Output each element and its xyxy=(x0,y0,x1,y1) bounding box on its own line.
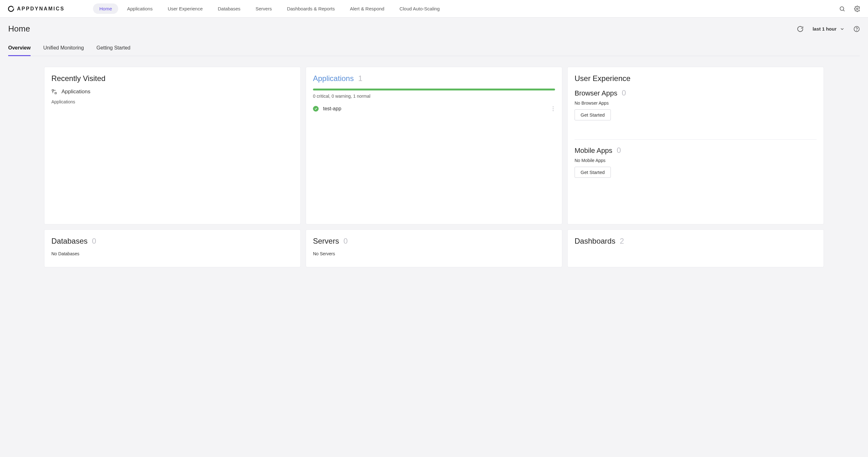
card-user-experience: User Experience Browser Apps 0 No Browse… xyxy=(567,67,824,224)
nav-user-experience[interactable]: User Experience xyxy=(161,3,209,14)
page-header: Home last 1 hour xyxy=(0,18,868,56)
nav-servers[interactable]: Servers xyxy=(249,3,278,14)
mobile-apps-section: Mobile Apps 0 No Mobile Apps Get Started xyxy=(575,146,817,178)
svg-rect-5 xyxy=(55,92,56,94)
dashboards-count: 2 xyxy=(620,237,624,245)
nav-databases[interactable]: Databases xyxy=(212,3,247,14)
card-title-applications[interactable]: Applications 1 xyxy=(313,74,555,83)
health-bar xyxy=(313,89,555,90)
card-title-recent: Recently Visited xyxy=(51,74,293,83)
svg-point-8 xyxy=(553,110,554,111)
mobile-get-started-button[interactable]: Get Started xyxy=(575,167,611,178)
tab-unified-monitoring[interactable]: Unified Monitoring xyxy=(43,42,84,56)
servers-empty: No Servers xyxy=(313,251,555,256)
search-icon[interactable] xyxy=(839,6,845,12)
brand-logo-icon xyxy=(7,5,14,12)
tab-getting-started[interactable]: Getting Started xyxy=(96,42,130,56)
applications-count: 1 xyxy=(358,74,362,83)
settings-gear-icon[interactable] xyxy=(854,6,861,12)
app-row[interactable]: test-app xyxy=(313,105,555,113)
svg-point-6 xyxy=(553,106,554,108)
card-title-dashboards: Dashboards 2 xyxy=(575,237,817,245)
svg-rect-4 xyxy=(52,90,54,91)
card-dashboards: Dashboards 2 xyxy=(567,230,824,267)
svg-point-1 xyxy=(857,8,858,9)
page-actions: last 1 hour xyxy=(797,26,860,32)
kebab-menu-icon[interactable] xyxy=(551,105,555,113)
page-tabs: Overview Unified Monitoring Getting Star… xyxy=(8,42,860,56)
browser-apps-title: Browser Apps 0 xyxy=(575,89,817,97)
nav-home[interactable]: Home xyxy=(93,3,118,14)
browser-get-started-button[interactable]: Get Started xyxy=(575,110,611,120)
card-grid: Recently Visited Applications Applicatio… xyxy=(0,56,868,274)
recent-item[interactable]: Applications xyxy=(51,89,293,95)
flow-icon xyxy=(51,89,57,95)
mobile-apps-title: Mobile Apps 0 xyxy=(575,146,817,155)
card-applications: Applications 1 0 critical, 0 warning, 1 … xyxy=(306,67,562,224)
topbar: APPDYNAMICS Home Applications User Exper… xyxy=(0,0,868,18)
svg-point-3 xyxy=(857,30,857,30)
time-range-selector[interactable]: last 1 hour xyxy=(812,26,845,32)
chevron-down-icon xyxy=(840,27,845,32)
nav-cloud-auto-scaling[interactable]: Cloud Auto-Scaling xyxy=(393,3,446,14)
databases-count: 0 xyxy=(92,237,96,245)
main-nav: Home Applications User Experience Databa… xyxy=(93,3,446,14)
time-range-label: last 1 hour xyxy=(812,26,836,32)
nav-dashboards-reports[interactable]: Dashboards & Reports xyxy=(280,3,341,14)
app-name: test-app xyxy=(323,106,341,112)
help-icon[interactable] xyxy=(854,26,860,32)
servers-count: 0 xyxy=(344,237,348,245)
databases-empty: No Databases xyxy=(51,251,293,256)
card-databases: Databases 0 No Databases xyxy=(44,230,301,267)
divider xyxy=(575,139,817,140)
tab-overview[interactable]: Overview xyxy=(8,42,31,56)
mobile-apps-count: 0 xyxy=(617,146,621,155)
card-servers: Servers 0 No Servers xyxy=(306,230,562,267)
nav-alert-respond[interactable]: Alert & Respond xyxy=(344,3,391,14)
refresh-icon[interactable] xyxy=(797,26,804,32)
brand-logo[interactable]: APPDYNAMICS xyxy=(7,5,65,12)
browser-apps-count: 0 xyxy=(622,89,626,97)
nav-applications[interactable]: Applications xyxy=(121,3,159,14)
card-title-databases: Databases 0 xyxy=(51,237,293,245)
card-recently-visited: Recently Visited Applications Applicatio… xyxy=(44,67,301,224)
browser-apps-section: Browser Apps 0 No Browser Apps Get Start… xyxy=(575,89,817,120)
browser-apps-empty: No Browser Apps xyxy=(575,100,817,105)
card-title-servers: Servers 0 xyxy=(313,237,555,245)
card-title-user-experience: User Experience xyxy=(575,74,817,83)
topbar-right xyxy=(839,6,861,12)
mobile-apps-empty: No Mobile Apps xyxy=(575,158,817,163)
svg-point-7 xyxy=(553,109,554,110)
health-summary: 0 critical, 0 warning, 1 normal xyxy=(313,94,555,99)
page-title: Home xyxy=(8,24,30,34)
recent-item-label: Applications xyxy=(61,89,90,95)
svg-point-0 xyxy=(840,7,844,10)
brand-name: APPDYNAMICS xyxy=(17,6,65,12)
status-ok-icon xyxy=(313,106,319,112)
recent-sub-label[interactable]: Applications xyxy=(51,99,293,104)
